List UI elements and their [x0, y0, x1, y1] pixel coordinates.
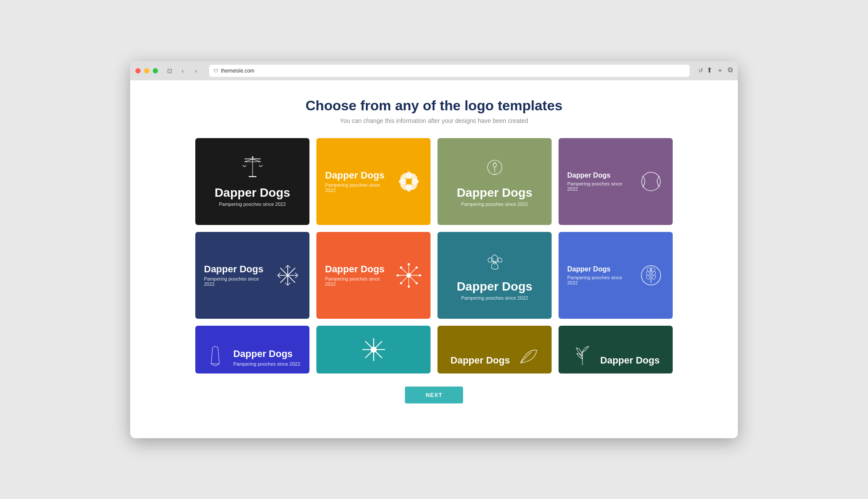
card-6-brand: Dapper Dogs [325, 264, 389, 275]
svg-line-3 [253, 159, 261, 162]
forward-button[interactable]: › [191, 66, 201, 76]
svg-line-32 [295, 275, 298, 278]
logo-card-9[interactable]: Dapper Dogs Pampering pooches since 2022 [195, 326, 309, 373]
card-12-text: Dapper Dogs [600, 355, 660, 366]
maximize-button[interactable] [153, 68, 158, 73]
new-tab-icon[interactable]: ＋ [717, 66, 723, 75]
plant-icon [572, 345, 593, 367]
card-9-text: Dapper Dogs Pampering pooches since 2022 [233, 348, 300, 366]
svg-point-20 [642, 172, 661, 191]
svg-point-39 [408, 285, 410, 288]
logo-card-6[interactable]: Dapper Dogs Pampering pooches since 2022 [316, 232, 431, 319]
svg-point-16 [406, 178, 412, 185]
next-button-container: NEXT [139, 387, 729, 403]
nav-buttons: ⊡ ‹ › [165, 66, 201, 76]
svg-line-31 [295, 273, 298, 275]
card-7-tagline: Pampering pooches since 2022 [461, 295, 528, 301]
logo-card-8[interactable]: Dapper Dogs Pampering pooches since 2022 [559, 232, 673, 319]
address-bar[interactable]: 🛡 themeisle.com [209, 65, 690, 77]
card-4-tagline: Pampering pooches since 2022 [567, 181, 631, 192]
card-2-text: Dapper Dogs Pampering pooches since 2022 [325, 170, 389, 193]
logo-card-5[interactable]: Dapper Dogs Pampering pooches since 2022 [195, 232, 309, 319]
card-12-brand: Dapper Dogs [600, 355, 660, 366]
svg-rect-4 [249, 176, 256, 177]
card-4-text: Dapper Dogs Pampering pooches since 2022 [567, 171, 631, 191]
card-5-text: Dapper Dogs Pampering pooches since 2022 [204, 264, 268, 287]
sidebar-toggle[interactable]: ⊡ [165, 66, 174, 76]
card-8-tagline: Pampering pooches since 2022 [567, 275, 631, 285]
svg-line-61 [520, 352, 531, 363]
card-8-brand: Dapper Dogs [567, 265, 631, 273]
card-3-brand: Dapper Dogs [457, 185, 532, 200]
svg-line-29 [278, 273, 280, 275]
svg-point-37 [407, 273, 411, 277]
logo-card-3[interactable]: Dapper Dogs Pampering pooches since 2022 [437, 138, 552, 225]
logo-card-12[interactable]: Dapper Dogs [559, 326, 673, 373]
card-6-text: Dapper Dogs Pampering pooches since 2022 [325, 264, 389, 287]
cross-arrows-icon [358, 334, 389, 365]
svg-rect-7 [251, 157, 253, 158]
card-7-brand: Dapper Dogs [457, 279, 532, 294]
browser-window: ⊡ ‹ › 🛡 themeisle.com ↺ ⬆ ＋ ⧉ Choose fro… [130, 61, 738, 438]
svg-point-43 [415, 266, 418, 268]
svg-point-41 [419, 274, 421, 276]
leaf-right-icon [517, 345, 539, 367]
logo-card-11[interactable]: Dapper Dogs [437, 326, 552, 373]
svg-line-26 [288, 265, 290, 268]
minimize-button[interactable] [144, 68, 149, 73]
flower-icon [396, 169, 422, 195]
card-1-brand: Dapper Dogs [214, 185, 290, 200]
url-text: themeisle.com [221, 68, 254, 74]
card-2-tagline: Pampering pooches since 2022 [325, 182, 389, 193]
snowflake-icon [275, 262, 301, 288]
page-subtitle: You can change this information after yo… [139, 117, 729, 124]
close-button[interactable] [135, 68, 141, 73]
back-button[interactable]: ‹ [178, 66, 187, 76]
svg-point-54 [652, 274, 656, 280]
svg-line-30 [278, 275, 280, 278]
logo-card-10[interactable] [316, 326, 431, 373]
starburst-icon [396, 262, 422, 288]
card-11-brand: Dapper Dogs [450, 355, 510, 366]
logo-grid: Dapper Dogs Pampering pooches since 2022… [195, 138, 673, 373]
card-1-tagline: Pampering pooches since 2022 [219, 202, 286, 207]
svg-point-44 [400, 282, 402, 284]
page-title: Choose from any of the logo templates [139, 98, 729, 114]
pen-icon [204, 345, 226, 367]
svg-point-53 [646, 274, 650, 280]
svg-line-28 [288, 283, 290, 285]
svg-line-25 [285, 265, 288, 268]
svg-line-27 [285, 283, 288, 285]
card-9-brand: Dapper Dogs [233, 348, 300, 360]
svg-point-42 [400, 266, 402, 268]
card-5-brand: Dapper Dogs [204, 264, 268, 275]
share-icon[interactable]: ⬆ [707, 66, 712, 75]
logo-card-1[interactable]: Dapper Dogs Pampering pooches since 2022 [195, 138, 309, 225]
logo-card-4[interactable]: Dapper Dogs Pampering pooches since 2022 [559, 138, 673, 225]
svg-point-60 [371, 347, 377, 353]
logo-card-7[interactable]: Dapper Dogs Pampering pooches since 2022 [437, 232, 552, 319]
browser-titlebar: ⊡ ‹ › 🛡 themeisle.com ↺ ⬆ ＋ ⧉ [130, 61, 738, 80]
page-header: Choose from any of the logo templates Yo… [139, 98, 729, 124]
security-icon: 🛡 [214, 68, 218, 73]
tennis-icon [638, 169, 664, 195]
svg-point-40 [397, 274, 399, 276]
reload-button[interactable]: ↺ [698, 67, 703, 74]
svg-point-45 [415, 282, 418, 284]
svg-line-2 [244, 159, 253, 162]
card-2-brand: Dapper Dogs [325, 170, 389, 181]
logo-card-2[interactable]: Dapper Dogs Pampering pooches since 2022 [316, 138, 431, 225]
card-9-tagline: Pampering pooches since 2022 [233, 361, 300, 367]
next-button[interactable]: NEXT [405, 387, 464, 403]
svg-point-38 [408, 263, 410, 265]
card-11-text: Dapper Dogs [450, 355, 510, 366]
leaves-icon [482, 250, 508, 276]
card-3-tagline: Pampering pooches since 2022 [461, 202, 528, 207]
browser-content: Choose from any of the logo templates Yo… [130, 80, 738, 438]
card-4-brand: Dapper Dogs [567, 171, 631, 179]
card-5-tagline: Pampering pooches since 2022 [204, 276, 268, 287]
circle-leaf-icon [482, 156, 508, 182]
windows-icon[interactable]: ⧉ [728, 66, 733, 75]
card-6-tagline: Pampering pooches since 2022 [325, 276, 389, 287]
wheat-circle-icon [638, 262, 664, 288]
